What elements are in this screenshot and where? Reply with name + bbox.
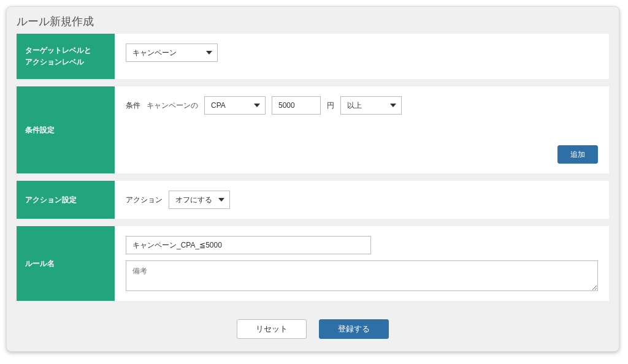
caret-down-icon	[254, 104, 260, 107]
submit-button[interactable]: 登録する	[319, 319, 389, 339]
conditions-body: 条件 キャンペーンの CPA 円 以上 追加	[115, 86, 609, 173]
target-level-label: ターゲットレベルと アクションレベル	[17, 34, 115, 79]
condition-metric-value: CPA	[211, 101, 226, 110]
target-level-select[interactable]: キャンペーン	[126, 44, 218, 62]
rule-note-textarea[interactable]	[126, 260, 598, 291]
caret-down-icon	[390, 104, 396, 107]
action-select-value: オフにする	[175, 195, 212, 205]
condition-amount-input[interactable]	[272, 96, 321, 115]
action-row-label: アクション	[126, 195, 163, 205]
section-conditions: 条件設定 条件 キャンペーンの CPA 円 以上 追加	[17, 86, 609, 173]
add-condition-button[interactable]: 追加	[557, 145, 598, 164]
condition-subject: キャンペーンの	[147, 100, 198, 111]
panel-title: ルール新規作成	[7, 7, 619, 34]
condition-comparator-value: 以上	[347, 100, 362, 111]
reset-button[interactable]: リセット	[237, 319, 307, 339]
condition-comparator-select[interactable]: 以上	[340, 96, 402, 115]
section-rule-name: ルール名	[17, 226, 609, 301]
caret-down-icon	[218, 198, 224, 202]
rule-name-body	[115, 226, 609, 301]
condition-row-label: 条件	[126, 100, 140, 111]
condition-metric-select[interactable]: CPA	[204, 96, 266, 115]
section-action: アクション設定 アクション オフにする	[17, 181, 609, 219]
action-body: アクション オフにする	[115, 181, 609, 219]
footer-buttons: リセット 登録する	[7, 319, 619, 339]
action-select[interactable]: オフにする	[169, 191, 230, 209]
target-level-select-value: キャンペーン	[132, 48, 177, 58]
section-target-level: ターゲットレベルと アクションレベル キャンペーン	[17, 34, 609, 79]
action-label: アクション設定	[17, 181, 115, 219]
target-level-body: キャンペーン	[115, 34, 609, 79]
caret-down-icon	[206, 51, 212, 55]
rule-create-panel: ルール新規作成 ターゲットレベルと アクションレベル キャンペーン 条件設定 条…	[6, 6, 619, 352]
condition-unit: 円	[327, 100, 334, 111]
rule-name-label: ルール名	[17, 226, 115, 301]
conditions-label: 条件設定	[17, 86, 115, 173]
rule-name-input[interactable]	[126, 236, 371, 254]
